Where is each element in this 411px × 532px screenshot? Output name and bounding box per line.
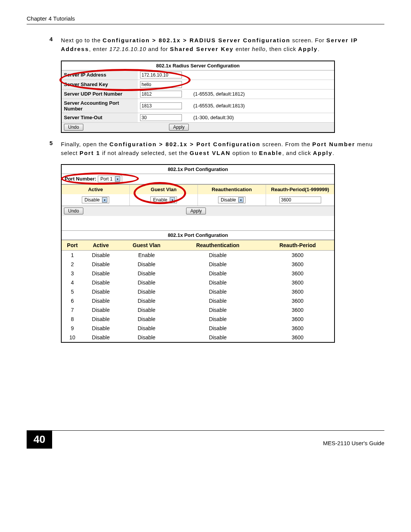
cell-port: 8	[62, 315, 83, 324]
table-row: 1DisableEnableDisable3600	[62, 251, 334, 260]
page-header: Chapter 4 Tutorials	[27, 15, 384, 24]
text: , and click	[282, 150, 313, 156]
cell-active: Disable	[83, 251, 119, 260]
reauth-period-input[interactable]	[279, 197, 321, 203]
port-undo-button[interactable]: Undo	[64, 208, 83, 214]
text: if not already selected, set the	[100, 150, 190, 156]
step-5: 5 Finally, open the Configuration > 802.…	[49, 140, 384, 158]
cell-active: Disable	[83, 278, 119, 287]
cell-period: 3600	[261, 315, 334, 324]
active-value: Disable	[84, 197, 100, 203]
status-h-reauth: Reauthentication	[174, 240, 261, 251]
cell-reauth: Disable	[174, 315, 261, 324]
cell-guest: Disable	[119, 278, 175, 287]
value-ref: Port 1	[80, 150, 100, 156]
cell-period: 3600	[261, 260, 334, 269]
button-ref: Apply	[298, 46, 318, 52]
value-ref: Enable	[259, 150, 282, 156]
server-udp-input[interactable]: 1812	[140, 91, 182, 97]
cell-port: 4	[62, 278, 83, 287]
cell-guest: Disable	[119, 296, 175, 305]
cell-period: 3600	[261, 333, 334, 342]
step-5-body: Finally, open the Configuration > 802.1x…	[61, 140, 384, 158]
cell-active: Disable	[83, 315, 119, 324]
cell-port: 5	[62, 287, 83, 296]
text: option to	[231, 150, 259, 156]
field-ref: Shared Server Key	[170, 46, 234, 52]
server-acc-input[interactable]: 1813	[140, 102, 182, 109]
cell-guest: Enable	[119, 251, 175, 260]
reauth-value: Disable	[221, 197, 236, 203]
radius-apply-button[interactable]: Apply	[169, 124, 189, 131]
server-timeout-input[interactable]: 30	[140, 114, 182, 121]
guest-vlan-select[interactable]: Enable ▾	[150, 197, 177, 203]
cell-guest: Disable	[119, 315, 175, 324]
cell-guest: Disable	[119, 324, 175, 333]
cell-period: 3600	[261, 324, 334, 333]
chevron-down-icon: ▾	[238, 197, 244, 203]
cell-reauth: Disable	[174, 333, 261, 342]
cell-active: Disable	[83, 269, 119, 278]
table-row: 2DisableDisableDisable3600	[62, 260, 334, 269]
cell-port: 7	[62, 305, 83, 315]
cell-reauth: Disable	[174, 324, 261, 333]
cell-active: Disable	[83, 305, 119, 315]
nav-path: Configuration > 802.1x > Port Configurat…	[110, 141, 261, 147]
table-row: 6DisableDisableDisable3600	[62, 296, 334, 305]
nav-path: Configuration > 802.1x > RADIUS Server C…	[103, 37, 290, 43]
port-status-title: 802.1x Port Configuration	[62, 230, 334, 240]
table-row: 9DisableDisableDisable3600	[62, 324, 334, 333]
footer-guide-title: MES-2110 User's Guide	[323, 440, 384, 449]
port-number-value: Port 1	[100, 176, 113, 182]
server-key-label: Server Shared Key	[62, 80, 138, 89]
radius-title: 802.1x Radius Server Configuration	[62, 61, 334, 70]
server-udp-label: Server UDP Port Number	[62, 89, 138, 99]
cell-reauth: Disable	[174, 260, 261, 269]
server-udp-hint: (1-65535, default:1812)	[191, 89, 334, 99]
cell-active: Disable	[83, 324, 119, 333]
table-row: 3DisableDisableDisable3600	[62, 269, 334, 278]
reauth-select[interactable]: Disable ▾	[218, 197, 245, 203]
status-h-guest: Guest Vlan	[119, 240, 175, 251]
chapter-title: Chapter 4 Tutorials	[27, 15, 75, 22]
text: Next go to the	[61, 37, 103, 43]
cell-port: 10	[62, 333, 83, 342]
chevron-down-icon: ▾	[102, 197, 107, 203]
server-key-input[interactable]: hello	[140, 81, 182, 88]
cell-guest: Disable	[119, 260, 175, 269]
page-number: 40	[27, 430, 52, 449]
cell-port: 9	[62, 324, 83, 333]
server-ip-label: Server IP Address	[64, 72, 106, 78]
active-select[interactable]: Disable ▾	[82, 197, 109, 203]
value-ref: 172.16.10.10	[109, 46, 146, 52]
table-row: 4DisableDisableDisable3600	[62, 278, 334, 287]
port-config-title: 802.1x Port Configuration	[62, 165, 334, 174]
port-apply-button[interactable]: Apply	[186, 208, 206, 214]
table-row: 5DisableDisableDisable3600	[62, 287, 334, 296]
port-config-screenshot: 802.1x Port Configuration Port Number: P…	[61, 164, 335, 343]
radius-undo-button[interactable]: Undo	[64, 124, 83, 131]
chevron-down-icon: ▾	[115, 176, 120, 182]
cell-port: 2	[62, 260, 83, 269]
text: , enter	[89, 46, 109, 52]
cell-reauth: Disable	[174, 251, 261, 260]
port-number-select[interactable]: Port 1 ▾	[98, 176, 122, 182]
step-4-number: 4	[49, 36, 61, 54]
cell-period: 3600	[261, 296, 334, 305]
server-ip-input[interactable]: 172.16.10.10	[140, 72, 182, 78]
table-row: 7DisableDisableDisable3600	[62, 305, 334, 315]
cell-guest: Disable	[119, 269, 175, 278]
radius-screenshot: 802.1x Radius Server Configuration Serve…	[61, 61, 335, 133]
table-row: 8DisableDisableDisable3600	[62, 315, 334, 324]
cell-port: 3	[62, 269, 83, 278]
cell-reauth: Disable	[174, 305, 261, 315]
cell-reauth: Disable	[174, 269, 261, 278]
cell-reauth: Disable	[174, 287, 261, 296]
col-period-header: Reauth-Period(1-999999)	[266, 185, 334, 194]
text: , then click	[266, 46, 298, 52]
guest-vlan-value: Enable	[153, 197, 167, 203]
col-reauth-header: Reauthentication	[198, 185, 266, 194]
text: enter	[234, 46, 252, 52]
text: .	[318, 46, 320, 52]
cell-reauth: Disable	[174, 296, 261, 305]
